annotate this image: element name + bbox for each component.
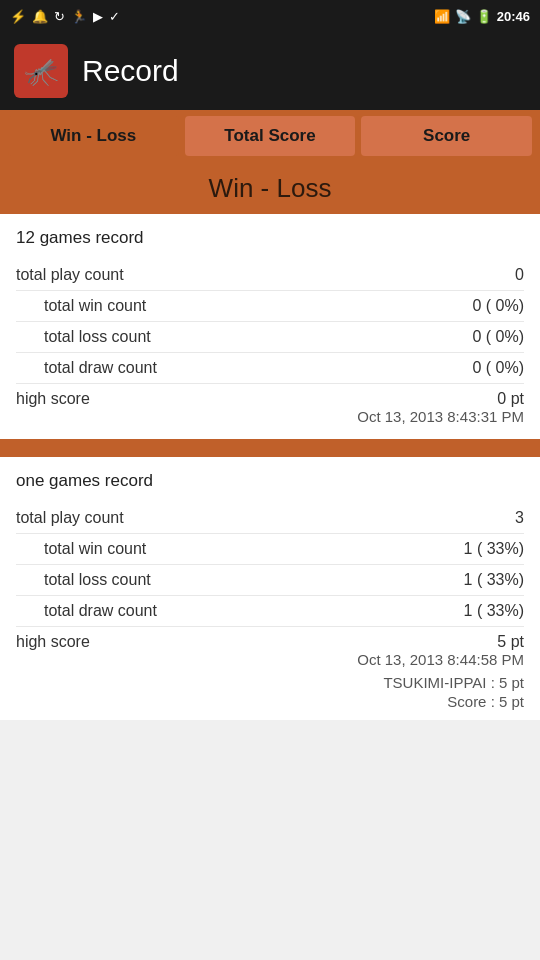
- block1-loss-label: total loss count: [16, 328, 151, 346]
- tab-win-loss[interactable]: Win - Loss: [8, 116, 179, 156]
- app-icon: 🦟: [14, 44, 68, 98]
- sync-icon: ↻: [54, 9, 65, 24]
- block2-loss-value: 1 ( 33%): [464, 571, 524, 589]
- block2-extra-1: TSUKIMI-IPPAI : 5 pt: [16, 674, 524, 693]
- block2-high-score-row: high score 5 pt: [16, 627, 524, 651]
- block2-win: total win count 1 ( 33%): [16, 534, 524, 565]
- block2-high-score-date: Oct 13, 2013 8:44:58 PM: [16, 651, 524, 674]
- block2-loss-label: total loss count: [16, 571, 151, 589]
- block1-high-score-value: 0 pt: [497, 390, 524, 408]
- block2-high-score-value: 5 pt: [497, 633, 524, 651]
- block2-total-play: total play count 3: [16, 503, 524, 534]
- app-logo: 🦟: [24, 55, 59, 88]
- block1-win-label: total win count: [16, 297, 146, 315]
- status-icons-right: 📶 📡 🔋 20:46: [434, 9, 530, 24]
- block2-draw-value: 1 ( 33%): [464, 602, 524, 620]
- block2-win-value: 1 ( 33%): [464, 540, 524, 558]
- signal-icon: 📡: [455, 9, 471, 24]
- tasks-icon: ✓: [109, 9, 120, 24]
- block2-draw: total draw count 1 ( 33%): [16, 596, 524, 627]
- block1-win: total win count 0 ( 0%): [16, 291, 524, 322]
- tab-total-score[interactable]: Total Score: [185, 116, 356, 156]
- block2-extra-2: Score : 5 pt: [16, 693, 524, 712]
- status-bar: ⚡ 🔔 ↻ 🏃 ▶ ✓ 📶 📡 🔋 20:46: [0, 0, 540, 32]
- wifi-icon: 📶: [434, 9, 450, 24]
- block1-title: 12 games record: [16, 228, 524, 248]
- battery-icon: 🔋: [476, 9, 492, 24]
- block2-high-score-label: high score: [16, 633, 90, 651]
- media-icon: ▶: [93, 9, 103, 24]
- notification-icon: 🔔: [32, 9, 48, 24]
- block1-high-score-date: Oct 13, 2013 8:43:31 PM: [16, 408, 524, 431]
- block2-draw-label: total draw count: [16, 602, 157, 620]
- app-title: Record: [82, 54, 179, 88]
- block1-total-play-value: 0: [515, 266, 524, 284]
- block2-total-play-label: total play count: [16, 509, 124, 527]
- block1-high-score-row: high score 0 pt: [16, 384, 524, 408]
- runner-icon: 🏃: [71, 9, 87, 24]
- block1-draw-label: total draw count: [16, 359, 157, 377]
- block1-total-play-label: total play count: [16, 266, 124, 284]
- block1-loss: total loss count 0 ( 0%): [16, 322, 524, 353]
- record-block-1: 12 games record total play count 0 total…: [0, 214, 540, 439]
- block1-high-score-label: high score: [16, 390, 90, 408]
- block2-win-label: total win count: [16, 540, 146, 558]
- section-title: Win - Loss: [209, 173, 332, 204]
- tab-score[interactable]: Score: [361, 116, 532, 156]
- usb-icon: ⚡: [10, 9, 26, 24]
- block2-total-play-value: 3: [515, 509, 524, 527]
- block1-win-value: 0 ( 0%): [472, 297, 524, 315]
- record-block-2: one games record total play count 3 tota…: [0, 457, 540, 720]
- block2-loss: total loss count 1 ( 33%): [16, 565, 524, 596]
- section-header: Win - Loss: [0, 162, 540, 214]
- block1-draw: total draw count 0 ( 0%): [16, 353, 524, 384]
- app-header: 🦟 Record: [0, 32, 540, 110]
- clock: 20:46: [497, 9, 530, 24]
- tab-bar: Win - Loss Total Score Score: [0, 110, 540, 162]
- status-icons-left: ⚡ 🔔 ↻ 🏃 ▶ ✓: [10, 9, 120, 24]
- block1-loss-value: 0 ( 0%): [472, 328, 524, 346]
- block1-draw-value: 0 ( 0%): [472, 359, 524, 377]
- block2-title: one games record: [16, 471, 524, 491]
- divider-band: [0, 439, 540, 457]
- block1-total-play: total play count 0: [16, 260, 524, 291]
